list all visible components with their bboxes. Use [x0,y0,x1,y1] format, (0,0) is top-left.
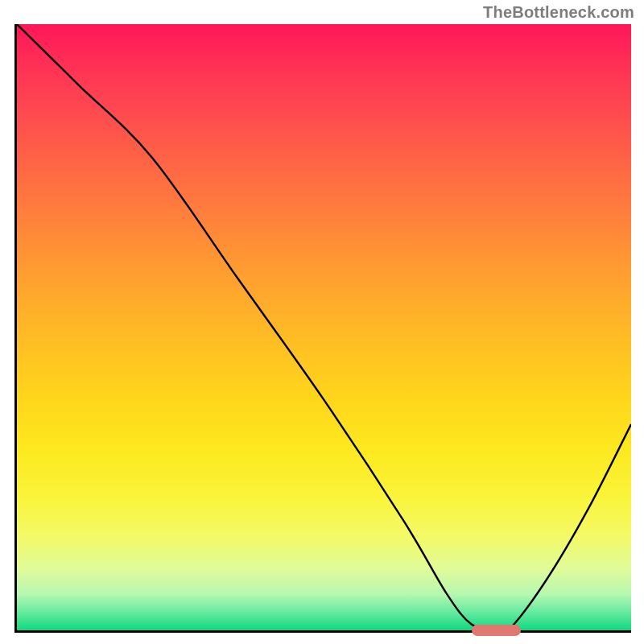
attribution-label: TheBottleneck.com [483,3,634,22]
optimal-range-marker [472,625,521,636]
plot-area [14,24,631,633]
bottleneck-curve [17,24,631,630]
figure-root: TheBottleneck.com [0,0,644,644]
curve-layer [17,24,631,630]
